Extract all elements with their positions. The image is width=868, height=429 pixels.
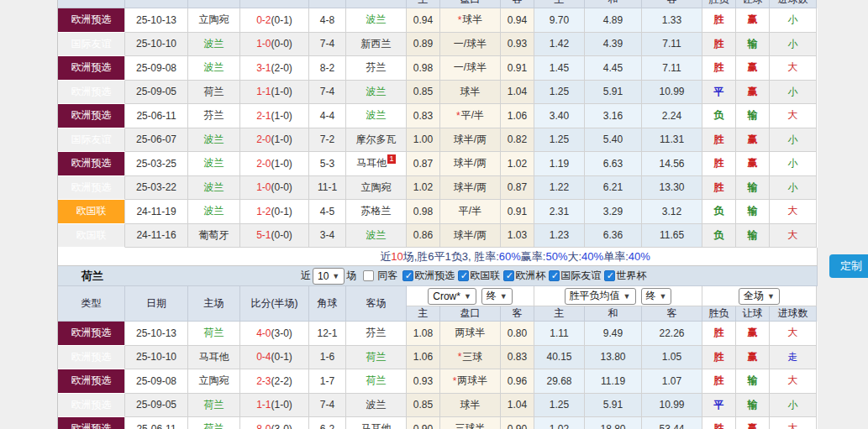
corner-count: 12-1 <box>309 322 346 346</box>
corner-count: 7-4 <box>309 81 346 105</box>
win-odds: 1.25 <box>534 128 585 153</box>
match-row: 欧国联24-11-19波兰1-2(0-1)4-5苏格兰0.98平/半0.912.… <box>58 200 818 224</box>
asterisk-mark: * <box>458 14 462 26</box>
fulltime-score: 3-1 <box>256 62 271 74</box>
handicap-away-odds: 0.87 <box>501 176 534 201</box>
handicap-time-select[interactable]: 终 ▼ <box>481 288 513 305</box>
match-date: 25-06-07 <box>125 128 188 153</box>
handicap-line: 球半 <box>440 394 501 418</box>
header-type: 类型 <box>58 286 125 322</box>
fulltime-score: 8-0 <box>256 423 271 429</box>
games-count-select[interactable]: 10 ▼ <box>313 268 345 285</box>
handicap-away-odds: 0.91 <box>501 56 534 81</box>
match-row: 欧洲预选25-10-10马耳他0-4(0-1)1-6荷兰1.06*三球0.834… <box>58 346 818 370</box>
summary-segment: 单率: <box>603 249 629 264</box>
result-wdl: 负 <box>702 104 736 128</box>
league-checkbox[interactable] <box>549 270 560 281</box>
win-odds: 1.25 <box>534 394 585 418</box>
team-name: 荷兰 <box>204 85 224 99</box>
near-label: 近 <box>301 269 311 283</box>
match-type-badge: 欧洲预选 <box>58 322 125 346</box>
win-odds: 1.19 <box>534 152 585 176</box>
asterisk-mark: * <box>456 110 460 122</box>
match-date: 25-03-25 <box>125 152 188 176</box>
result-goals: 小 <box>770 33 817 57</box>
score-cell: 2-0(1-0) <box>240 128 309 153</box>
result-wdl: 平 <box>702 81 736 105</box>
match-type-badge: 欧国联 <box>58 224 125 249</box>
league-checkbox[interactable] <box>604 270 615 281</box>
draw-odds: 3.29 <box>585 200 642 224</box>
league-checkbox[interactable] <box>458 270 469 281</box>
result-handicap: 输 <box>736 200 770 224</box>
draw-odds: 6.36 <box>585 224 642 249</box>
handicap-home-odds: 1.02 <box>407 176 440 201</box>
score-cell: 3-1(2-0) <box>240 56 309 81</box>
result-goals: 小 <box>770 176 817 201</box>
handicap-away-odds: 1.04 <box>501 394 534 418</box>
league-checkbox[interactable] <box>402 270 413 281</box>
header-handicap-result: 让球 <box>736 0 770 8</box>
average-odds-select[interactable]: 胜平负均值 ▼ <box>565 288 636 305</box>
lose-odds: 7.11 <box>642 56 702 81</box>
league-checkbox[interactable] <box>503 270 514 281</box>
match-scope-select[interactable]: 全场 ▼ <box>739 288 780 305</box>
fulltime-score: 1-2 <box>256 206 271 217</box>
match-date: 25-10-10 <box>125 346 188 370</box>
handicap-dropdown-cell: Crow* ▼ 终 ▼ <box>407 286 534 306</box>
match-row: 欧洲预选25-03-25波兰2-0(1-0)5-3马耳他10.87球半/两1.0… <box>58 152 818 176</box>
summary-segment: 赢率: <box>521 249 546 264</box>
result-wdl: 胜 <box>702 128 736 153</box>
team-name: 荷兰 <box>366 350 387 364</box>
score-cell: 1-1(1-0) <box>240 81 309 105</box>
corner-count: 8-2 <box>309 56 346 81</box>
team-name: 立陶宛 <box>361 180 392 195</box>
summary-segment: 50% <box>545 250 567 263</box>
fulltime-score: 2-1 <box>256 110 271 122</box>
customize-button[interactable]: 定制 <box>829 254 868 278</box>
summary-segment: 40% <box>629 250 650 263</box>
result-handicap: 赢 <box>736 322 770 346</box>
team-name: 波兰 <box>204 204 224 218</box>
handicap-line: 球半/两 <box>440 152 501 176</box>
result-goals: 小 <box>770 128 817 153</box>
header-spacer <box>346 0 407 8</box>
handicap-line: 球半/两 <box>440 224 501 249</box>
win-odds: 1.42 <box>534 33 585 57</box>
lose-odds: 10.99 <box>642 394 702 418</box>
result-goals: 大 <box>770 104 817 128</box>
handicap-away-odds: 1.02 <box>501 152 534 176</box>
lose-odds: 2.24 <box>642 104 702 128</box>
team-name: 波兰 <box>366 85 387 99</box>
match-row: 欧洲预选25-09-08立陶宛2-3(2-2)1-7荷兰0.93*两球半0.96… <box>58 369 818 394</box>
odds-company-select[interactable]: Crow* ▼ <box>428 288 476 305</box>
win-odds: 1.22 <box>534 176 585 201</box>
match-type-badge: 欧洲预选 <box>58 56 125 81</box>
header-result: 胜负 <box>702 0 736 8</box>
draw-odds: 13.80 <box>585 346 642 370</box>
match-type-badge: 欧洲预选 <box>58 346 125 370</box>
away-team-cell: 新西兰 <box>346 33 407 57</box>
fulltime-score: 2-0 <box>256 158 271 170</box>
score-cell: 8-0(3-0) <box>240 417 309 429</box>
result-handicap: 赢 <box>736 56 770 81</box>
league-label: 欧洲杯 <box>515 269 545 283</box>
header-corner: 角球 <box>309 286 346 322</box>
draw-odds: 4.89 <box>585 8 642 33</box>
header-spacer <box>309 0 346 8</box>
filter-bar: 近 10 ▼ 场 同客 欧洲预选欧国联欧洲杯国际友谊世界杯 <box>299 266 646 285</box>
draw-odds: 5.91 <box>585 394 642 418</box>
match-date: 24-11-19 <box>125 200 188 224</box>
halftime-score: (1-0) <box>271 110 292 122</box>
draw-odds: 4.45 <box>585 56 642 81</box>
score-cell: 2-0(1-0) <box>240 152 309 176</box>
average-time-select[interactable]: 终 ▼ <box>641 288 672 305</box>
away-team-cell: 波兰 <box>346 104 407 128</box>
away-team-cell: 立陶宛 <box>346 176 407 201</box>
header-draw-odds: 和 <box>585 306 642 322</box>
header-goals-result: 进球数 <box>770 0 817 8</box>
same-away-checkbox[interactable] <box>363 270 374 281</box>
asterisk-mark: * <box>458 351 462 363</box>
result-handicap: 赢 <box>736 152 770 176</box>
team-name: 波兰 <box>204 37 224 51</box>
